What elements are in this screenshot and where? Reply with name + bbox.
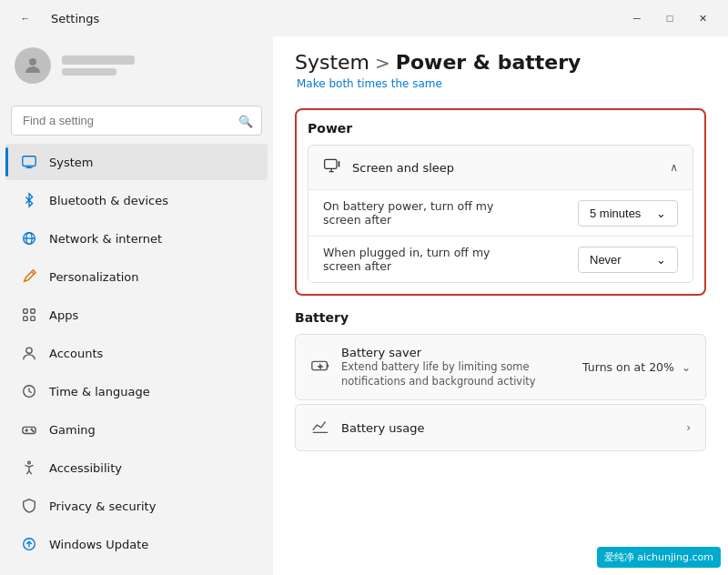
time-icon	[20, 382, 38, 400]
screen-sleep-icon	[323, 156, 341, 178]
sidebar-item-accounts-label: Accounts	[49, 347, 103, 360]
plugged-in-chevron-icon: ⌄	[656, 253, 666, 267]
battery-power-label: On battery power, turn off my screen aft…	[323, 199, 505, 227]
svg-rect-10	[31, 317, 35, 321]
search-input[interactable]	[11, 106, 262, 136]
svg-rect-7	[24, 309, 28, 314]
search-box: 🔍	[11, 106, 262, 136]
minimize-button[interactable]: ─	[622, 5, 652, 31]
close-button[interactable]: ✕	[688, 5, 717, 31]
svg-point-16	[31, 429, 32, 429]
main-layout: 🔍 System Bluetooth & devices Network & i…	[0, 36, 728, 575]
app-title: Settings	[51, 12, 99, 25]
sidebar-item-apps-label: Apps	[49, 308, 78, 322]
user-name-bar	[62, 55, 135, 65]
make-same-link[interactable]: Make both times the same	[297, 77, 706, 90]
sidebar-item-network[interactable]: Network & internet	[5, 220, 268, 257]
section-container: Power Screen and sleep ∧ On battery powe…	[273, 108, 728, 480]
sidebar-item-system[interactable]: System	[5, 144, 268, 180]
sidebar-item-system-label: System	[49, 156, 93, 169]
svg-rect-24	[339, 161, 340, 167]
content-area: System > Power & battery Make both times…	[273, 36, 728, 575]
sidebar-item-gaming[interactable]: Gaming	[5, 411, 268, 448]
sidebar-item-accessibility-label: Accessibility	[49, 461, 122, 475]
svg-point-17	[33, 430, 34, 431]
personalization-icon	[20, 267, 38, 286]
screen-sleep-chevron: ∧	[670, 161, 678, 174]
battery-saver-chevron-icon: ⌄	[682, 361, 691, 374]
sidebar-item-privacy-label: Privacy & security	[49, 499, 156, 513]
bluetooth-icon	[20, 191, 38, 209]
battery-saver-card: Battery saver Extend battery life by lim…	[295, 334, 706, 400]
content-header: System > Power & battery Make both times…	[273, 36, 728, 108]
sidebar: 🔍 System Bluetooth & devices Network & i…	[0, 36, 273, 575]
svg-rect-1	[23, 156, 35, 166]
battery-saver-title: Battery saver	[341, 346, 541, 359]
battery-saver-value: Turns on at 20%	[582, 360, 674, 374]
search-icon: 🔍	[238, 114, 253, 127]
sidebar-item-accessibility[interactable]: Accessibility	[5, 449, 268, 486]
battery-usage-row[interactable]: Battery usage ›	[296, 405, 705, 450]
screen-sleep-left: Screen and sleep	[323, 156, 454, 178]
plugged-in-value: Never	[590, 253, 622, 267]
breadcrumb-sep: >	[375, 52, 390, 74]
breadcrumb-parent: System	[295, 51, 369, 74]
user-subtitle-bar	[62, 68, 116, 76]
battery-power-row: On battery power, turn off my screen aft…	[308, 189, 693, 236]
svg-rect-9	[24, 317, 28, 321]
battery-usage-left: Battery usage	[310, 416, 424, 439]
battery-usage-title: Battery usage	[341, 421, 424, 435]
screen-sleep-header[interactable]: Screen and sleep ∧	[308, 146, 693, 189]
sidebar-item-windowsupdate-label: Windows Update	[49, 538, 148, 551]
plugged-in-label: When plugged in, turn off my screen afte…	[323, 246, 505, 273]
user-info	[62, 55, 135, 76]
apps-icon	[20, 306, 38, 324]
svg-point-18	[28, 461, 31, 464]
svg-rect-8	[31, 309, 35, 314]
network-icon	[20, 229, 38, 247]
sidebar-item-apps[interactable]: Apps	[5, 297, 268, 333]
battery-usage-icon	[310, 416, 330, 439]
battery-saver-right: Turns on at 20% ⌄	[582, 360, 691, 374]
sidebar-item-network-label: Network & internet	[49, 232, 162, 246]
sidebar-item-windowsupdate[interactable]: Windows Update	[5, 526, 268, 562]
breadcrumb-current: Power & battery	[396, 51, 581, 74]
battery-usage-chevron-icon: ›	[686, 421, 691, 434]
privacy-icon	[20, 497, 38, 515]
gaming-icon	[20, 420, 38, 439]
accounts-icon	[20, 344, 38, 362]
battery-power-chevron-icon: ⌄	[656, 207, 666, 220]
power-section-title: Power	[308, 121, 693, 136]
sidebar-item-accounts[interactable]: Accounts	[5, 335, 268, 371]
back-button[interactable]: ←	[11, 5, 40, 31]
battery-power-value: 5 minutes	[590, 207, 641, 220]
battery-saver-row[interactable]: Battery saver Extend battery life by lim…	[296, 335, 705, 399]
sidebar-item-time[interactable]: Time & language	[5, 373, 268, 409]
breadcrumb: System > Power & battery	[295, 51, 706, 74]
battery-saver-icon	[310, 356, 330, 379]
battery-section-title: Battery	[295, 310, 706, 325]
screen-sleep-card: Screen and sleep ∧ On battery power, tur…	[308, 145, 693, 283]
titlebar: ← Settings ─ □ ✕	[0, 0, 728, 36]
user-profile	[0, 36, 273, 95]
window-controls: ─ □ ✕	[622, 5, 717, 31]
sidebar-item-bluetooth[interactable]: Bluetooth & devices	[5, 182, 268, 218]
maximize-button[interactable]: □	[655, 5, 684, 31]
sidebar-item-personalization[interactable]: Personalization	[5, 258, 268, 295]
plugged-in-dropdown[interactable]: Never ⌄	[578, 247, 678, 273]
accessibility-icon	[20, 459, 38, 477]
screen-sleep-label: Screen and sleep	[352, 161, 454, 175]
sidebar-item-privacy[interactable]: Privacy & security	[5, 488, 268, 524]
svg-point-0	[29, 58, 36, 66]
sidebar-item-bluetooth-label: Bluetooth & devices	[49, 194, 168, 207]
battery-saver-left: Battery saver Extend battery life by lim…	[310, 346, 541, 388]
sidebar-item-time-label: Time & language	[49, 385, 150, 398]
battery-section: Battery Battery saver Extend battery lif…	[295, 310, 706, 451]
avatar	[15, 47, 51, 84]
battery-saver-info: Battery saver Extend battery life by lim…	[341, 346, 541, 388]
plugged-in-row: When plugged in, turn off my screen afte…	[308, 236, 693, 282]
svg-point-11	[26, 348, 32, 353]
watermark: 爱纯净 aichunjing.com	[597, 547, 721, 568]
battery-power-dropdown[interactable]: 5 minutes ⌄	[578, 200, 678, 227]
battery-saver-desc: Extend battery life by limiting some not…	[341, 359, 541, 388]
